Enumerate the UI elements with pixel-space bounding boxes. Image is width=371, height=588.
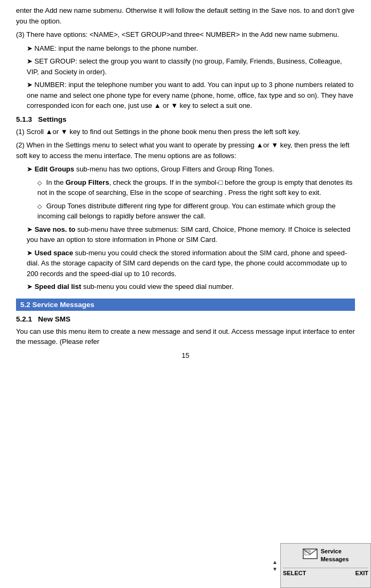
setgroup-text: ➤ SET GROUP: select the group you want t… (27, 57, 342, 76)
section-513-heading: 5.1.3 Settings (16, 115, 355, 123)
used-space-text: sub-menu you could check the stored info… (27, 249, 347, 278)
name-text: ➤ NAME: input the name belongs to the ph… (27, 44, 198, 52)
page-number-text: 15 (181, 351, 189, 359)
used-space-item: ➤ Used space sub-menu you could check th… (27, 248, 355, 279)
group-tones-item: ◇ Group Tones distribute different ring … (37, 201, 355, 222)
save-nos-text: sub-menu have three submenus: SIM card, … (27, 225, 350, 244)
speed-dial-item: ➤ Speed dial list sub-menu you could vie… (27, 281, 355, 292)
group-tones-text: Group Tones distribute different ring ty… (37, 202, 336, 221)
page-content: enter the Add new name submenu. Otherwis… (0, 0, 371, 406)
settings-p2-text: (2) When in the Settings menu to select … (16, 141, 350, 160)
options-text: (3) There have options: <NAME>, <SET GRO… (16, 30, 339, 38)
settings-p2: (2) When in the Settings menu to select … (16, 140, 355, 161)
select-softkey: SELECT (283, 570, 306, 576)
page-number: 15 (16, 351, 355, 359)
phone-ui-inner: ServiceMessages SELECT EXIT (283, 547, 368, 576)
settings-label: Settings (38, 115, 66, 123)
setgroup-item: ➤ SET GROUP: select the group you want t… (27, 56, 355, 77)
service-messages-label: ServiceMessages (321, 547, 349, 563)
new-sms-text: You can use this menu item to create a n… (16, 327, 355, 346)
scroll-down-arrow: ▼ (272, 566, 278, 572)
scroll-indicator: ▲ ▼ (272, 559, 278, 572)
diamond-icon-2: ◇ (37, 203, 42, 209)
service-messages-header-text: 5.2 Service Messages (20, 301, 94, 309)
new-sms-paragraph: You can use this menu item to create a n… (16, 326, 355, 347)
section-521-heading: 5.2.1 New SMS (16, 315, 355, 323)
phone-ui-overlay: ServiceMessages SELECT EXIT (280, 543, 371, 588)
section-521-num: 5.2.1 (16, 315, 32, 323)
section-513-num: 5.1.3 (16, 115, 32, 123)
phone-icon-row: ServiceMessages (303, 547, 349, 563)
edit-groups-item: ➤ Edit Groups sub-menu has two options, … (27, 164, 355, 175)
scroll-up-arrow: ▲ (272, 559, 278, 565)
softkeys-row: SELECT EXIT (283, 568, 368, 576)
service-messages-text: ServiceMessages (321, 548, 349, 562)
envelope-icon (303, 548, 318, 562)
save-nos-item: ➤ Save nos. to sub-menu have three subme… (27, 224, 355, 245)
diamond-icon-1: ◇ (37, 179, 42, 186)
name-item: ➤ NAME: input the name belongs to the ph… (27, 43, 355, 54)
group-filters-item: ◇ In the Group Filters, check the groups… (37, 177, 355, 198)
used-space-bold: Used space (35, 249, 73, 257)
continuation-paragraph: enter the Add new name submenu. Otherwis… (16, 5, 355, 26)
group-filters-bold: Group Filters (66, 178, 109, 186)
options-paragraph: (3) There have options: <NAME>, <SET GRO… (16, 29, 355, 40)
edit-groups-bold: Edit Groups (35, 165, 74, 173)
settings-p1-text: (1) Scroll ▲or ▼ key to find out Setting… (16, 128, 301, 136)
number-item: ➤ NUMBER: input the telephone number you… (27, 80, 355, 111)
number-text: ➤ NUMBER: input the telephone number you… (27, 81, 353, 109)
new-sms-label: New SMS (38, 315, 70, 323)
speed-dial-text: sub-menu you could view the speed dial n… (81, 283, 233, 291)
continuation-text: enter the Add new name submenu. Otherwis… (16, 6, 354, 25)
exit-softkey: EXIT (356, 570, 368, 576)
settings-p1: (1) Scroll ▲or ▼ key to find out Setting… (16, 127, 355, 137)
save-nos-bold: Save nos. to (35, 225, 76, 233)
service-messages-section-header: 5.2 Service Messages (16, 299, 355, 311)
speed-dial-bold: Speed dial list (35, 283, 81, 291)
edit-groups-text: sub-menu has two options, Group Filters … (74, 165, 274, 173)
